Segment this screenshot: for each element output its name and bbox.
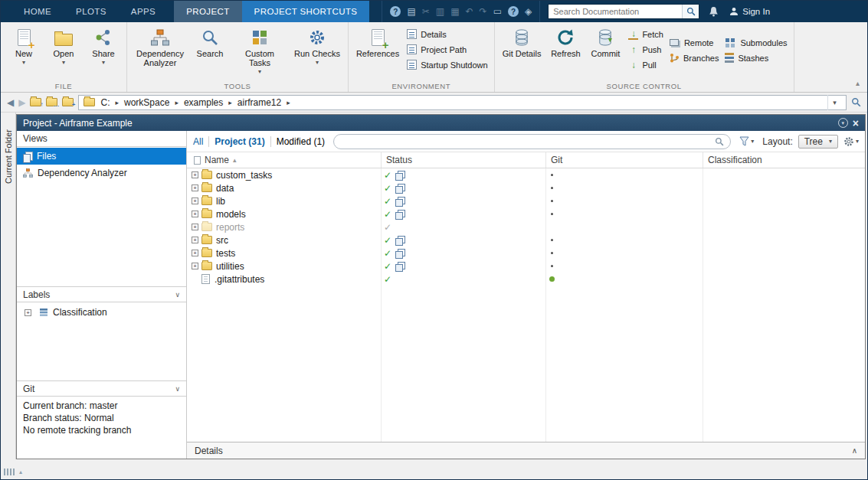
- view-options-gear-icon[interactable]: ▾: [843, 136, 859, 147]
- details-panel-header[interactable]: Details ∧: [187, 442, 865, 459]
- labels-collapse-icon[interactable]: ∨: [175, 291, 180, 299]
- labels-section-header[interactable]: Labels ∨: [17, 286, 186, 302]
- startup-shutdown-button[interactable]: Startup Shutdown: [407, 59, 487, 70]
- cut-icon[interactable]: ✂: [422, 7, 430, 16]
- breadcrumb-airframe12[interactable]: airframe12: [237, 97, 281, 108]
- table-row[interactable]: +data ✓: [187, 181, 865, 194]
- expand-icon[interactable]: +: [192, 224, 198, 230]
- panel-close-icon[interactable]: ×: [853, 118, 859, 129]
- details-expand-icon[interactable]: ∧: [852, 446, 857, 455]
- expand-icon[interactable]: +: [192, 237, 198, 243]
- current-folder-tab-label: Current Folder: [4, 129, 13, 184]
- copy-icon[interactable]: ▥: [436, 7, 444, 16]
- expand-icon[interactable]: +: [192, 198, 198, 204]
- back-icon[interactable]: ◀: [7, 98, 14, 107]
- new-button[interactable]: + New ▾: [7, 26, 41, 66]
- sidebar-item-dependency-analyzer[interactable]: Dependency Analyzer: [17, 165, 186, 181]
- file-filter-search-icon[interactable]: [709, 137, 730, 146]
- filter-funnel-icon[interactable]: ▾: [739, 136, 754, 146]
- expand-icon[interactable]: +: [192, 211, 198, 217]
- new-folder-icon[interactable]: +: [62, 98, 74, 106]
- views-header: Views: [17, 131, 186, 147]
- column-header-name[interactable]: Name ▴: [187, 152, 381, 168]
- commit-button[interactable]: Commit: [588, 26, 622, 58]
- references-button[interactable]: + References: [355, 26, 401, 58]
- submodules-button[interactable]: Submodules: [725, 37, 787, 48]
- tab-home[interactable]: HOME: [11, 1, 64, 22]
- resize-grip[interactable]: ▴: [4, 469, 22, 475]
- sign-in-button[interactable]: Sign In: [729, 7, 770, 16]
- panel-menu-icon[interactable]: ▾: [838, 118, 848, 128]
- redo-icon[interactable]: ↷: [480, 7, 487, 16]
- table-row[interactable]: +utilities ✓: [187, 260, 865, 273]
- sidebar-item-classification-label: Classification: [53, 307, 107, 318]
- search-button[interactable]: Search: [193, 26, 227, 58]
- minimize-ribbon-icon[interactable]: ▴: [856, 79, 860, 87]
- remote-button[interactable]: Remote: [670, 37, 719, 48]
- tab-plots[interactable]: PLOTS: [64, 1, 119, 22]
- refresh-button[interactable]: Refresh: [549, 26, 582, 58]
- file-filter-input[interactable]: [334, 137, 709, 146]
- paste-icon[interactable]: ▦: [450, 7, 459, 16]
- fetch-button[interactable]: ↓ Fetch: [628, 28, 663, 40]
- breadcrumb-dropdown-icon[interactable]: ▾: [827, 95, 841, 110]
- layout-dropdown[interactable]: Tree ▾: [798, 135, 838, 149]
- table-row[interactable]: +tests ✓: [187, 247, 865, 260]
- tab-apps[interactable]: APPS: [119, 1, 168, 22]
- filter-tab-project[interactable]: Project (31): [215, 136, 264, 147]
- filter-tab-all[interactable]: All: [193, 136, 203, 147]
- share-button[interactable]: Share ▾: [87, 26, 120, 66]
- table-row[interactable]: +models ✓: [187, 207, 865, 220]
- branches-button[interactable]: Branches: [670, 52, 719, 64]
- undo-icon[interactable]: ↶: [466, 7, 473, 16]
- git-details-button[interactable]: Git Details: [501, 26, 543, 58]
- table-row[interactable]: +src ✓: [187, 233, 865, 247]
- documentation-search-input[interactable]: [549, 7, 682, 16]
- breadcrumb[interactable]: C: ▸ workSpace ▸ examples ▸ airframe12 ▸…: [78, 95, 847, 110]
- sidebar-item-classification[interactable]: + Classification: [17, 304, 186, 321]
- stashes-button[interactable]: Stashes: [725, 52, 787, 64]
- run-checks-button[interactable]: Run Checks ▾: [293, 26, 342, 66]
- notifications-bell-icon[interactable]: [709, 6, 719, 17]
- custom-tasks-button[interactable]: Custom Tasks ▾: [233, 26, 287, 75]
- table-row[interactable]: +.gitattributes ✓: [187, 273, 865, 286]
- push-button[interactable]: ↑ Push: [628, 44, 663, 55]
- expand-icon[interactable]: +: [192, 263, 198, 269]
- table-row[interactable]: +reports ✓: [187, 220, 865, 233]
- current-folder-tab[interactable]: Current Folder: [1, 114, 16, 198]
- project-path-button[interactable]: Project Path: [407, 44, 487, 55]
- help-icon[interactable]: ?: [390, 6, 401, 17]
- browse-folder-icon[interactable]: …: [46, 98, 57, 106]
- git-collapse-icon[interactable]: ∨: [175, 385, 180, 393]
- desktop-layout-icon[interactable]: ▭: [493, 7, 502, 16]
- sidebar-item-files[interactable]: Files: [17, 148, 186, 165]
- up-one-level-icon[interactable]: ↑: [30, 98, 41, 106]
- dependency-analyzer-button[interactable]: Dependency Analyzer: [133, 26, 187, 67]
- table-row[interactable]: +lib ✓: [187, 194, 865, 207]
- column-header-classification[interactable]: Classification: [703, 152, 865, 168]
- filter-tab-modified[interactable]: Modified (1): [277, 136, 325, 147]
- column-header-status[interactable]: Status: [381, 152, 545, 168]
- expand-icon[interactable]: +: [192, 250, 198, 256]
- breadcrumb-examples[interactable]: examples: [184, 97, 223, 108]
- details-button[interactable]: Details: [407, 28, 487, 40]
- breadcrumb-drive[interactable]: C:: [100, 97, 110, 108]
- expand-icon[interactable]: +: [192, 184, 198, 191]
- open-button[interactable]: Open ▾: [47, 26, 80, 66]
- documentation-search-icon[interactable]: [682, 5, 699, 18]
- tab-project-shortcuts[interactable]: PROJECT SHORTCUTS: [242, 1, 370, 22]
- pull-button[interactable]: ↓ Pull: [628, 59, 663, 70]
- classification-expand-icon[interactable]: +: [25, 309, 31, 316]
- folder-search-icon[interactable]: [851, 97, 861, 107]
- toolbar-options-icon[interactable]: ◈: [525, 7, 532, 16]
- column-header-git[interactable]: Git: [545, 152, 703, 168]
- table-row[interactable]: +custom_tasks ✓: [187, 168, 865, 181]
- git-section-header[interactable]: Git ∨: [17, 380, 186, 397]
- tab-project[interactable]: PROJECT: [174, 1, 241, 22]
- breadcrumb-workspace[interactable]: workSpace: [124, 97, 169, 108]
- expand-icon[interactable]: +: [192, 171, 198, 178]
- breadcrumb-arrow-icon: ▸: [175, 99, 179, 106]
- save-icon[interactable]: ▤: [407, 7, 415, 16]
- forward-icon[interactable]: ▶: [18, 98, 25, 107]
- help-circle-icon[interactable]: ?: [508, 6, 519, 17]
